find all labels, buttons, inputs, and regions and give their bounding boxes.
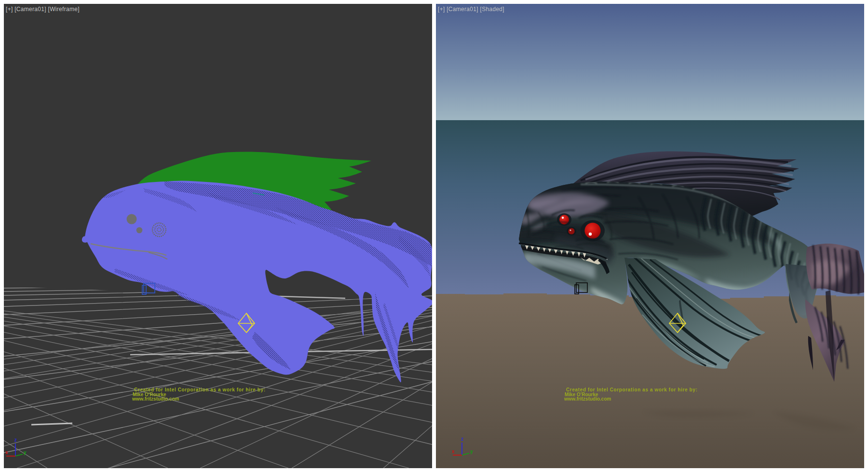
svg-text:www.fritzstudio.com: www.fritzstudio.com <box>564 396 611 402</box>
svg-text:z: z <box>461 436 463 442</box>
svg-text:x: x <box>452 449 455 454</box>
svg-text:y: y <box>24 450 27 455</box>
svg-text:z: z <box>14 437 17 443</box>
svg-text:[+] [Camera01] [Shaded]: [+] [Camera01] [Shaded] <box>438 6 504 13</box>
svg-text:www.fritzstudio.com: www.fritzstudio.com <box>132 396 179 402</box>
svg-text:y: y <box>470 449 473 454</box>
svg-text:[+] [Camera01] [Wireframe]: [+] [Camera01] [Wireframe] <box>6 6 80 13</box>
svg-text:x: x <box>5 450 8 455</box>
